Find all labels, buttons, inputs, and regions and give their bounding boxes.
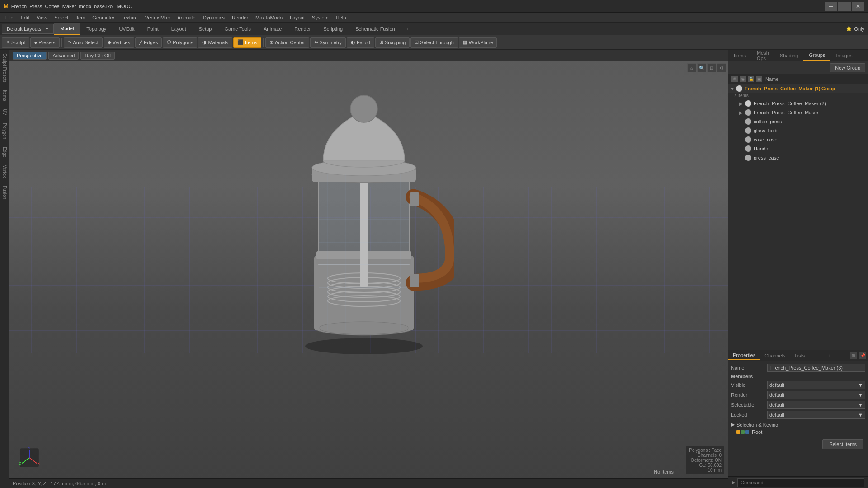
maximize-button[interactable]: □ [838,2,851,11]
props-tab-lists[interactable]: Lists [790,352,810,360]
viewport-3d[interactable]: ⌂ 🔍 ⊡ ⚙ No Items X Z Y Poly [9,61,728,478]
tree-item-press-case[interactable]: press_case [728,153,868,162]
vis-icon-handle[interactable] [745,145,751,152]
ray-gl-button[interactable]: Ray GL: Off [80,52,115,60]
menu-maxtomodo[interactable]: MaxToModo [252,14,286,21]
vp-zoom-button[interactable]: 🔍 [697,63,706,72]
vis-icon-glass-bulb[interactable] [745,127,751,134]
star-only-filter[interactable]: ⭐ Only [846,26,868,32]
advanced-button[interactable]: Advanced [48,52,79,60]
add-tab-button[interactable]: + [401,24,413,33]
sidebar-tab-fusion[interactable]: Fusion [0,182,9,203]
sidebar-tab-polygon[interactable]: Polygon [0,119,9,143]
tab-model[interactable]: Model [54,23,80,35]
add-props-tab-button[interactable]: + [825,352,835,360]
rpanel-tab-shading[interactable]: Shading [774,51,803,60]
minimize-button[interactable]: ─ [825,2,837,11]
props-expand-button[interactable]: ⊞ [850,352,857,359]
perspective-button[interactable]: Perspective [13,52,47,60]
symmetry-button[interactable]: ⇔ Symmetry [310,37,346,48]
presets-button[interactable]: ● Presets [30,37,60,48]
tab-setup[interactable]: Setup [193,23,218,35]
rpanel-tab-mesh-ops[interactable]: Mesh Ops [751,48,774,63]
tree-item-coffee-press[interactable]: coffee_press [728,117,868,126]
props-tab-properties[interactable]: Properties [728,351,760,360]
menu-texture[interactable]: Texture [118,14,142,21]
menu-edit[interactable]: Edit [17,14,33,21]
layout-dropdown[interactable]: Default Layouts ▼ [2,24,54,34]
vis-icon-case-cover[interactable] [745,136,751,143]
sidebar-tab-vertex[interactable]: Vertex [0,161,9,182]
close-button[interactable]: ✕ [852,2,864,11]
rpanel-tab-groups[interactable]: Groups [803,51,830,61]
tree-item-handle[interactable]: Handle [728,144,868,153]
menu-layout[interactable]: Layout [286,14,308,21]
tab-layout[interactable]: Layout [165,23,193,35]
tree-item-root-group[interactable]: ▼ French_Press_Coffee_Maker (1) Group [728,84,868,93]
tab-animate[interactable]: Animate [257,23,288,35]
polygons-button[interactable]: ⬡ Polygons [163,37,197,48]
vp-home-button[interactable]: ⌂ [687,63,696,72]
eye-column-icon[interactable]: 👁 [731,76,738,82]
sidebar-tab-uv[interactable]: UV [0,105,9,119]
vis-icon-coffee-press[interactable] [745,118,751,125]
menu-geometry[interactable]: Geometry [89,14,118,21]
items-button[interactable]: ⬛ Items [233,37,261,48]
workplane-button[interactable]: ▦ WorkPlane [459,37,497,48]
vis-icon-press-case[interactable] [745,155,751,161]
menu-animate[interactable]: Animate [174,14,199,21]
command-input[interactable] [737,478,864,487]
sidebar-tab-items[interactable]: Items [0,86,9,105]
visible-dropdown[interactable]: default ▼ [767,381,865,389]
select-column-icon[interactable]: ▣ [756,76,762,82]
name-input[interactable] [767,364,865,372]
tab-render[interactable]: Render [288,23,317,35]
tree-item-glass-bulb[interactable]: glass_bulb [728,126,868,135]
tab-schematic-fusion[interactable]: Schematic Fusion [349,23,401,35]
props-pin-button[interactable]: 📌 [859,352,866,359]
tree-item-case-cover[interactable]: case_cover [728,135,868,144]
tab-paint[interactable]: Paint [141,23,165,35]
select-items-button[interactable]: Select Items [822,439,863,449]
menu-select[interactable]: Select [51,14,72,21]
menu-vertexmap[interactable]: Vertex Map [142,14,174,21]
select-through-button[interactable]: ⊡ Select Through [410,37,458,48]
rpanel-tab-images[interactable]: Images [830,51,858,60]
sidebar-tab-edge[interactable]: Edge [0,143,9,161]
locked-dropdown[interactable]: default ▼ [767,411,865,419]
menu-item[interactable]: Item [72,14,89,21]
menu-system[interactable]: System [308,14,332,21]
titlebar-controls[interactable]: ─ □ ✕ [825,2,864,11]
tab-uvedit[interactable]: UVEdit [113,23,141,35]
tab-topology[interactable]: Topology [80,23,113,35]
vis-icon-fpcm[interactable] [745,109,751,116]
menu-file[interactable]: File [2,14,17,21]
sculpt-button[interactable]: ✦ Sculpt [2,37,29,48]
render-dropdown[interactable]: default ▼ [767,391,865,399]
materials-button[interactable]: ◑ Materials [198,37,232,48]
auto-select-button[interactable]: ↖ Auto Select [64,37,103,48]
menu-render[interactable]: Render [228,14,252,21]
action-center-button[interactable]: ⊕ Action Center [265,37,309,48]
menu-dynamics[interactable]: Dynamics [199,14,228,21]
add-rpanel-tab-button[interactable]: + [858,51,868,60]
vp-settings-button[interactable]: ⚙ [717,63,726,72]
selectable-dropdown[interactable]: default ▼ [767,401,865,409]
props-tab-channels[interactable]: Channels [760,352,790,360]
sidebar-tab-sculpt-presets[interactable]: Sculpt Presets [0,50,9,86]
new-group-button[interactable]: New Group [830,63,865,72]
menu-view[interactable]: View [33,14,51,21]
vp-fit-button[interactable]: ⊡ [707,63,716,72]
tab-game-tools[interactable]: Game Tools [218,23,257,35]
edges-button[interactable]: ╱ Edges [135,37,162,48]
tree-item-fpcm[interactable]: ▶ French_Press_Coffee_Maker [728,108,868,117]
render-column-icon[interactable]: ◉ [740,76,746,82]
falloff-button[interactable]: ◐ Falloff [347,37,374,48]
tree-item-fpcm2[interactable]: ▶ French_Press_Coffee_Maker (2) [728,99,868,108]
snapping-button[interactable]: ⊞ Snapping [375,37,410,48]
selection-keying-section[interactable]: ▶ Selection & Keying [731,422,865,427]
vis-icon-root[interactable] [736,85,742,92]
menu-help[interactable]: Help [332,14,350,21]
tab-scripting[interactable]: Scripting [317,23,349,35]
rpanel-tab-items[interactable]: Items [728,51,751,60]
